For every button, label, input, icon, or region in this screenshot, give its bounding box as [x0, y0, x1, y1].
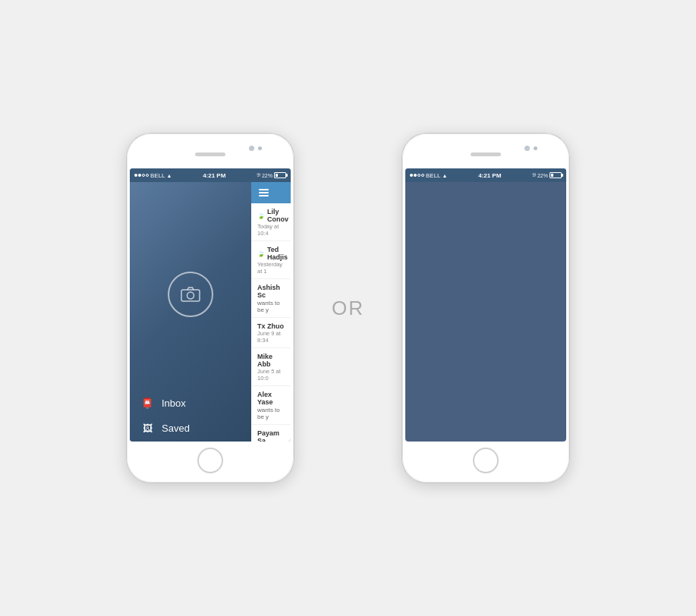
svg-point-1: [187, 292, 194, 299]
signal-dots-1: [134, 174, 149, 177]
phone-1-camera: [249, 146, 254, 151]
dot4: [146, 174, 149, 177]
inbox-icon-1: 📮: [140, 398, 154, 409]
phone-2-sensor: [534, 146, 537, 150]
camera-button-1[interactable]: [168, 272, 213, 317]
msg-name-2: Ashish Sc: [257, 284, 285, 299]
msg-time-1: Yesterday at 1: [257, 261, 285, 275]
msg-name-3: Tx Zhuo: [257, 322, 285, 330]
dot4b: [421, 174, 424, 177]
phone-1: BELL ▲ 4:21 PM 𝔅 22%: [127, 134, 294, 482]
msg-time-0: Today at 10:4: [257, 223, 285, 237]
list-header-1: [251, 182, 291, 203]
wifi-icon-2: ▲: [442, 173, 448, 178]
dot3: [142, 174, 145, 177]
phone-2-camera: [524, 146, 530, 151]
bluetooth-icon-1: 𝔅: [257, 172, 260, 178]
msg-item-4[interactable]: Mike Abb June 5 at 10:0: [251, 348, 291, 386]
nav-items-1: 📮 Inbox 🖼 Saved 👤 Friends: [130, 391, 251, 442]
camera-area-1: [130, 182, 251, 391]
nav-friends-1[interactable]: 👤 Friends: [130, 441, 251, 442]
msg-item-1[interactable]: 🍃 Ted Hadjis Yesterday at 1: [251, 241, 291, 279]
sidebar-1: 📮 Inbox 🖼 Saved 👤 Friends ⚙: [130, 182, 251, 442]
phone-2-bezel-bottom: [405, 442, 566, 479]
message-list-1: 🍃 Lily Conov Today at 10:4 🍃 Ted Hadjis …: [251, 182, 291, 442]
nav-inbox-1[interactable]: 📮 Inbox: [130, 391, 251, 416]
msg-item-2[interactable]: Ashish Sc wants to be y: [251, 279, 291, 318]
dot2b: [414, 174, 417, 177]
phone-2: BELL ▲ 4:21 PM 𝔅 22%: [402, 134, 569, 482]
status-right-1: 𝔅 22%: [257, 172, 286, 178]
bluetooth-icon-2: 𝔅: [532, 172, 536, 178]
ham-line-2: [259, 192, 269, 193]
carrier-1: BELL: [150, 172, 165, 179]
time-2: 4:21 PM: [478, 172, 501, 179]
battery-2: [550, 172, 562, 178]
phone-2-speaker: [471, 152, 501, 156]
carrier-2: BELL: [426, 172, 441, 179]
battery-fill-2: [551, 174, 553, 177]
hamburger-menu-1[interactable]: [259, 189, 269, 196]
battery-pct-1: 22%: [262, 173, 272, 178]
status-right-2: 𝔅 22%: [532, 172, 562, 178]
app-content-1: 📮 Inbox 🖼 Saved 👤 Friends ⚙: [130, 182, 291, 442]
msg-preview-5: wants to be y: [257, 407, 285, 420]
phone-2-bezel-top: [405, 140, 566, 168]
phone-2-screen: BELL ▲ 4:21 PM 𝔅 22%: [405, 168, 566, 442]
battery-fill-1: [276, 174, 278, 177]
msg-item-5[interactable]: Alex Yase wants to be y: [251, 386, 291, 425]
status-left-2: BELL ▲: [410, 172, 448, 179]
wifi-icon-1: ▲: [167, 173, 172, 178]
home-button-2[interactable]: [473, 448, 499, 473]
msg-item-3[interactable]: Tx Zhuo June 9 at 8:34: [251, 318, 291, 348]
msg-name-6: Payam Sa: [257, 429, 285, 442]
phone-1-screen: BELL ▲ 4:21 PM 𝔅 22%: [130, 168, 291, 442]
scene: BELL ▲ 4:21 PM 𝔅 22%: [127, 134, 569, 482]
ham-line-1: [259, 189, 269, 190]
or-label: OR: [332, 297, 364, 320]
msg-time-4: June 5 at 10:0: [257, 368, 285, 382]
msg-item-6[interactable]: Payam Sa May 26 at 2:3: [251, 425, 291, 442]
phone-1-speaker: [195, 152, 225, 156]
inbox-label-1: Inbox: [162, 398, 186, 409]
battery-1: [274, 172, 286, 178]
status-bar-2: BELL ▲ 4:21 PM 𝔅 22%: [405, 168, 566, 182]
phone-1-bezel-bottom: [130, 442, 291, 479]
phone-1-bezel-top: [130, 140, 291, 168]
msg-name-0: 🍃 Lily Conov: [257, 208, 285, 223]
dot3b: [417, 174, 420, 177]
camera-icon-1: [181, 286, 200, 303]
dot1b: [410, 174, 413, 177]
msg-name-1: 🍃 Ted Hadjis: [257, 246, 285, 261]
phone-1-sensor: [258, 146, 262, 150]
message-items-1: 🍃 Lily Conov Today at 10:4 🍃 Ted Hadjis …: [251, 203, 291, 442]
saved-icon-1: 🖼: [140, 423, 154, 434]
leaf-icon-1: 🍃: [257, 250, 265, 257]
home-button-1[interactable]: [197, 448, 223, 473]
saved-label-1: Saved: [162, 423, 190, 434]
status-bar-1: BELL ▲ 4:21 PM 𝔅 22%: [130, 168, 291, 182]
dot2: [138, 174, 141, 177]
msg-preview-2: wants to be y: [257, 300, 285, 313]
msg-name-5: Alex Yase: [257, 391, 285, 406]
ham-line-3: [259, 195, 269, 196]
time-1: 4:21 PM: [203, 172, 225, 179]
dot1: [134, 174, 137, 177]
battery-pct-2: 22%: [537, 173, 548, 178]
nav-saved-1[interactable]: 🖼 Saved: [130, 416, 251, 441]
leaf-icon-0: 🍃: [257, 212, 265, 219]
msg-time-3: June 9 at 8:34: [257, 330, 285, 344]
msg-item-0[interactable]: 🍃 Lily Conov Today at 10:4: [251, 203, 291, 241]
signal-dots-2: [410, 174, 424, 177]
msg-name-4: Mike Abb: [257, 353, 285, 368]
status-left-1: BELL ▲: [134, 172, 172, 179]
